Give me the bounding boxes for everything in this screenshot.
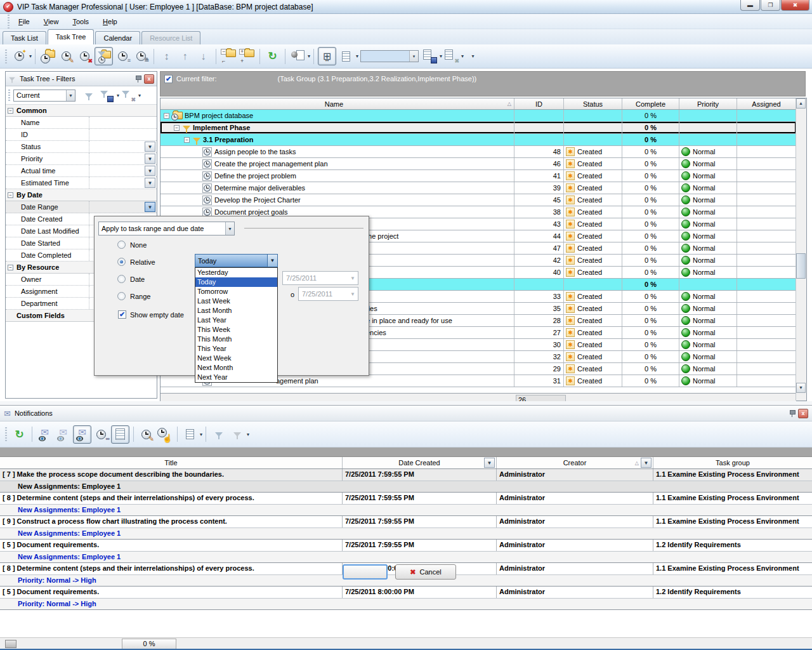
save-view-button-dropdown-icon[interactable]: ▾	[440, 53, 442, 59]
menu-view[interactable]: View	[38, 16, 65, 27]
menu-tools[interactable]: Tools	[67, 16, 95, 27]
menu-help[interactable]: Help	[97, 16, 123, 27]
task-row[interactable]: Assign people to the tasks48✱Created0 %N…	[160, 146, 796, 158]
delete-view-button-dropdown-icon[interactable]: ▾	[461, 53, 464, 59]
mark-read-button[interactable]: ✉	[36, 426, 53, 443]
ok-button[interactable]	[343, 564, 388, 580]
radio-icon[interactable]	[117, 258, 126, 266]
radio-date[interactable]: Date	[117, 275, 145, 283]
open-task-button[interactable]: ∞	[93, 426, 110, 443]
dropdown-option[interactable]: Today	[195, 277, 277, 287]
edit-task-button[interactable]: ✎	[138, 426, 155, 443]
show-description-toggle[interactable]	[111, 425, 129, 444]
move-up-button[interactable]: ↑	[176, 48, 193, 65]
expand-all-button[interactable]: ++	[239, 48, 256, 65]
filter-row-status[interactable]: Status▼	[6, 141, 157, 153]
task-row[interactable]: Create the project management plan46✱Cre…	[160, 158, 796, 170]
notification-row[interactable]: [ 5 ] Document requirements.7/25/2011 8:…	[0, 587, 812, 599]
mark-unread-button[interactable]: ✉	[55, 426, 72, 443]
minimize-button[interactable]: ▬	[740, 0, 760, 11]
delete-task-button[interactable]: ✖	[76, 48, 93, 65]
close-panel-icon[interactable]: x	[144, 74, 154, 84]
dropdown-option[interactable]: Last Month	[195, 306, 277, 315]
grid-view-button-dropdown-icon[interactable]: ▾	[356, 53, 358, 59]
new-task-button[interactable]: ✦	[11, 48, 28, 65]
column-header-complete[interactable]: Complete	[622, 98, 679, 109]
columns-button-dropdown-icon[interactable]: ▾	[200, 432, 202, 437]
restore-button[interactable]: ❐	[761, 0, 780, 11]
radio-range[interactable]: Range	[117, 292, 150, 300]
date-to-combo[interactable]: 7/25/2011 ▼	[298, 287, 358, 301]
fit-columns-toggle[interactable]: ⊞↔	[318, 47, 336, 65]
cancel-button[interactable]: ✖ Cancel	[395, 564, 456, 580]
close-button[interactable]: ✖	[781, 0, 809, 11]
print-button-dropdown-icon[interactable]: ▾	[308, 53, 310, 59]
vertical-scrollbar[interactable]: ▲ ▼	[796, 98, 806, 401]
show-read-toggle[interactable]: ✉	[73, 425, 91, 444]
tab-calendar[interactable]: Calendar	[95, 31, 140, 44]
save-view-button[interactable]	[421, 48, 438, 65]
current-filter-checkbox[interactable]: ✔	[164, 75, 173, 83]
clear-filter-button[interactable]	[228, 426, 246, 443]
notification-row[interactable]: [ 8 ] Determine content (steps and their…	[0, 493, 812, 505]
radio-relative[interactable]: Relative	[117, 258, 155, 266]
dropdown-option[interactable]: Tomorrow	[195, 287, 277, 296]
clear-filter-button[interactable]: ✖	[120, 87, 137, 104]
filter-row-date-range[interactable]: Date Range▼	[6, 201, 157, 213]
scroll-up-icon[interactable]: ▲	[796, 98, 806, 109]
dropdown-option[interactable]: Next Week	[195, 354, 277, 363]
filter-row-actual-time[interactable]: Actual time▼	[6, 165, 157, 177]
tree-phase-row[interactable]: −Implement Phase0 %	[160, 122, 796, 134]
collapse-icon[interactable]: −	[8, 265, 13, 270]
column-header-status[interactable]: Status	[564, 98, 622, 109]
relative-period-combo[interactable]: Today ▼	[195, 254, 278, 267]
column-header-title[interactable]: Title	[0, 457, 343, 468]
import-task-button[interactable]: ≞	[133, 48, 150, 65]
column-header-assigned[interactable]: Assigned	[737, 98, 796, 109]
chevron-down-icon[interactable]: ▼	[267, 255, 277, 267]
dropdown-option[interactable]: This Year	[195, 344, 277, 354]
duplicate-task-button[interactable]: ≡	[114, 48, 131, 65]
filter-preset-combo[interactable]: Current ▼	[13, 90, 75, 102]
filter-row-name[interactable]: Name	[6, 117, 157, 129]
column-header-task-group[interactable]: Task group	[653, 457, 812, 468]
move-down-button[interactable]: ↓	[195, 48, 212, 65]
filter-row-estimated-time[interactable]: Estimated Time▼	[6, 177, 157, 189]
notification-row[interactable]: [ 9 ] Construct a process flow chart ill…	[0, 516, 812, 528]
apply-mode-combo[interactable]: Apply to task range and due date ▼	[98, 222, 235, 235]
task-row[interactable]: Define the project problem41✱Created0 %N…	[160, 170, 796, 182]
chevron-down-icon[interactable]: ▼	[66, 90, 75, 101]
view-name-combo[interactable]: ▾	[360, 50, 419, 62]
print-button[interactable]	[289, 48, 306, 65]
filter-dropdown-icon[interactable]: ▼	[641, 458, 652, 468]
save-filter-button-dropdown-icon[interactable]: ▾	[117, 93, 119, 98]
dropdown-option[interactable]: Next Month	[195, 363, 277, 373]
menu-file[interactable]: File	[13, 16, 36, 27]
delete-view-button[interactable]: ✖	[443, 48, 460, 65]
close-panel-icon[interactable]: x	[798, 409, 808, 418]
edit-task-button[interactable]: ✎	[58, 48, 75, 65]
column-header-id[interactable]: ID	[514, 98, 564, 109]
radio-none[interactable]: None	[117, 241, 147, 249]
tab-task-tree[interactable]: Task Tree	[48, 29, 95, 44]
tree-group-row[interactable]: −3.1 Preparation0 %	[160, 134, 796, 146]
task-row[interactable]: Determine major deliverables39✱Created0 …	[160, 182, 796, 194]
chevron-down-icon[interactable]: ▼	[145, 166, 155, 176]
date-from-combo[interactable]: 7/25/2011 ▼	[282, 271, 358, 285]
filter-group-common[interactable]: −Common	[6, 105, 157, 117]
new-task-group-button[interactable]: ✦	[39, 48, 56, 65]
save-filter-button[interactable]	[98, 87, 115, 104]
toolbar-overflow-button[interactable]: ▾	[464, 48, 481, 65]
move-updown-button[interactable]: ↕	[158, 48, 175, 65]
apply-filter-button[interactable]	[80, 87, 97, 104]
task-row[interactable]: Develop the Project Charter45✱Created0 %…	[160, 194, 796, 206]
filter-dropdown-icon[interactable]: ▼	[484, 458, 495, 468]
dropdown-option[interactable]: Last Year	[195, 315, 277, 325]
new-task-button-dropdown-icon[interactable]: ▾	[29, 53, 32, 59]
dropdown-option[interactable]: This Month	[195, 335, 277, 344]
chevron-down-icon[interactable]: ▼	[145, 202, 155, 212]
column-header-name[interactable]: Name△	[160, 98, 514, 109]
tab-task-list[interactable]: Task List	[3, 31, 46, 44]
filter-task-groups-toggle[interactable]	[95, 47, 113, 65]
chevron-down-icon[interactable]: ▼	[145, 142, 155, 152]
